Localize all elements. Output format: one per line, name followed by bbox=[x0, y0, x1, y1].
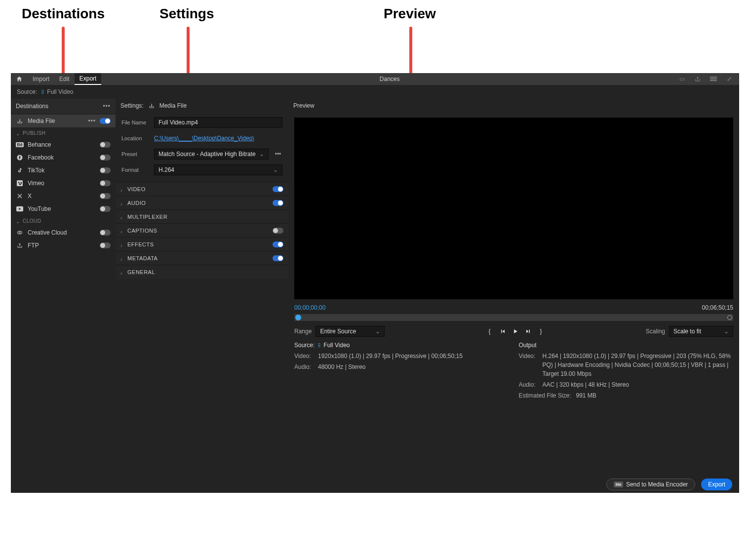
play-button[interactable] bbox=[512, 327, 519, 335]
chevron-right-icon bbox=[120, 215, 124, 219]
preview-controls: Range Entire Source ⌄ { } Scaling bbox=[288, 321, 739, 342]
group-effects[interactable]: EFFECTS bbox=[116, 237, 288, 251]
dest-media-file-menu[interactable]: ••• bbox=[88, 118, 96, 124]
share-icon[interactable] bbox=[694, 75, 702, 83]
dest-cc-label: Creative Cloud bbox=[28, 229, 96, 236]
dest-facebook-toggle[interactable] bbox=[100, 155, 111, 160]
dest-media-file[interactable]: Media File ••• bbox=[11, 115, 116, 127]
group-audio[interactable]: AUDIO bbox=[116, 196, 288, 209]
mark-in-button[interactable]: { bbox=[486, 327, 494, 335]
group-video[interactable]: VIDEO bbox=[116, 182, 288, 196]
tab-export[interactable]: Export bbox=[75, 73, 102, 85]
group-captions-label: CAPTIONS bbox=[127, 228, 157, 234]
mark-out-button[interactable]: } bbox=[537, 327, 545, 335]
summary-source-audio-val: 48000 Hz | Stereo bbox=[318, 362, 509, 371]
group-video-toggle[interactable] bbox=[273, 186, 283, 192]
frame-back-button[interactable] bbox=[499, 327, 507, 335]
workspace-icon[interactable]: ▭ bbox=[678, 75, 686, 83]
preview-timeline: 00;00;00;00 00;06;50;15 bbox=[288, 299, 739, 321]
range-value: Entire Source bbox=[320, 328, 356, 335]
frame-forward-button[interactable] bbox=[524, 327, 532, 335]
playhead[interactable] bbox=[295, 315, 301, 320]
dest-tiktok[interactable]: TikTok bbox=[11, 164, 116, 177]
dest-ftp-toggle[interactable] bbox=[100, 242, 111, 248]
out-marker[interactable] bbox=[727, 315, 732, 320]
fullscreen-icon[interactable]: ⤢ bbox=[725, 75, 733, 83]
time-out[interactable]: 00;06;50;15 bbox=[702, 304, 733, 311]
tab-edit[interactable]: Edit bbox=[54, 73, 75, 85]
time-in[interactable]: 00;00;00;00 bbox=[294, 304, 325, 311]
row-format: Format H.264 ⌄ bbox=[121, 162, 282, 178]
dest-tiktok-toggle[interactable] bbox=[100, 167, 111, 173]
preset-more-button[interactable]: ••• bbox=[274, 151, 282, 158]
section-cloud[interactable]: CLOUD bbox=[11, 215, 116, 226]
facebook-icon bbox=[16, 154, 24, 161]
chevron-right-icon bbox=[120, 256, 124, 260]
timeline-track[interactable] bbox=[294, 314, 733, 321]
group-multiplexer[interactable]: MULTIPLEXER bbox=[116, 209, 288, 223]
timeline-times: 00;00;00;00 00;06;50;15 bbox=[294, 304, 733, 311]
dest-behance-toggle[interactable] bbox=[100, 142, 111, 148]
location-link[interactable]: C:\Users\____\Desktop\Dance_Video\ bbox=[154, 135, 254, 142]
ftp-icon bbox=[16, 241, 24, 249]
group-captions[interactable]: CAPTIONS bbox=[116, 223, 288, 237]
group-metadata-toggle[interactable] bbox=[273, 255, 283, 261]
filename-input[interactable] bbox=[154, 117, 282, 128]
label-filename: File Name bbox=[121, 120, 149, 125]
project-title: Dances bbox=[101, 76, 678, 82]
dest-vimeo[interactable]: Vimeo bbox=[11, 177, 116, 190]
scaling-select[interactable]: Scale to fit ⌄ bbox=[669, 326, 733, 337]
range-select[interactable]: Entire Source ⌄ bbox=[315, 326, 385, 337]
dest-youtube-toggle[interactable] bbox=[100, 206, 111, 212]
group-effects-toggle[interactable] bbox=[273, 241, 283, 247]
dest-x-toggle[interactable] bbox=[100, 193, 111, 199]
svg-rect-0 bbox=[710, 77, 717, 78]
tab-import[interactable]: Import bbox=[28, 73, 54, 85]
nav-tabs: Import Edit Export bbox=[28, 73, 101, 85]
dest-creative-cloud[interactable]: Creative Cloud bbox=[11, 226, 116, 239]
summary-source: Source: ⫖ Full Video Video: 1920x1080 (1… bbox=[294, 342, 509, 402]
home-icon[interactable] bbox=[11, 76, 28, 82]
dest-ftp-label: FTP bbox=[28, 242, 96, 249]
dest-x[interactable]: X bbox=[11, 190, 116, 202]
section-publish[interactable]: PUBLISH bbox=[11, 127, 116, 138]
group-multiplexer-label: MULTIPLEXER bbox=[127, 214, 167, 220]
summary-source-video-val: 1920x1080 (1.0) | 29.97 fps | Progressiv… bbox=[318, 352, 509, 360]
group-audio-toggle[interactable] bbox=[273, 200, 283, 206]
group-general[interactable]: GENERAL bbox=[116, 265, 288, 279]
section-publish-label: PUBLISH bbox=[23, 130, 45, 136]
dest-ftp[interactable]: FTP bbox=[11, 239, 116, 252]
preset-select[interactable]: Match Source - Adaptive High Bitrate ⌄ bbox=[154, 149, 269, 160]
dest-youtube[interactable]: YouTube bbox=[11, 202, 116, 215]
send-to-media-encoder-button[interactable]: Me Send to Media Encoder bbox=[606, 479, 695, 490]
preview-canvas[interactable] bbox=[294, 118, 733, 299]
media-file-icon bbox=[16, 117, 24, 125]
summary-output-estimate: Estimated File Size: 991 MB bbox=[519, 391, 734, 400]
dest-behance[interactable]: Bē Behance bbox=[11, 138, 116, 151]
chevron-down-icon: ⌄ bbox=[273, 166, 278, 173]
group-general-label: GENERAL bbox=[127, 269, 155, 275]
label-location: Location bbox=[121, 135, 149, 141]
preset-value: Match Source - Adaptive High Bitrate bbox=[158, 151, 256, 158]
group-captions-toggle[interactable] bbox=[273, 228, 283, 234]
preview-panel: Preview 00;00;00;00 00;06;50;15 Range bbox=[288, 99, 739, 476]
menu-icon[interactable] bbox=[710, 75, 717, 83]
settings-title: Settings: bbox=[120, 102, 144, 109]
summary-output-video: Video: H.264 | 1920x1080 (1.0) | 29.97 f… bbox=[519, 352, 734, 378]
dest-vimeo-toggle[interactable] bbox=[100, 180, 111, 186]
destinations-menu-button[interactable]: ••• bbox=[103, 103, 111, 110]
row-preset: Preset Match Source - Adaptive High Bitr… bbox=[121, 146, 282, 162]
group-metadata[interactable]: METADATA bbox=[116, 251, 288, 265]
footer: Me Send to Media Encoder Export bbox=[11, 476, 739, 493]
x-icon bbox=[16, 192, 24, 200]
source-clip[interactable]: ⫖ Full Video bbox=[41, 88, 73, 95]
chevron-right-icon bbox=[120, 270, 124, 274]
dest-facebook[interactable]: Facebook bbox=[11, 151, 116, 164]
export-button[interactable]: Export bbox=[701, 479, 732, 490]
dest-cc-toggle[interactable] bbox=[100, 230, 111, 236]
settings-media-file-icon bbox=[148, 102, 156, 110]
scaling-control: Scaling Scale to fit ⌄ bbox=[646, 326, 733, 337]
format-select[interactable]: H.264 ⌄ bbox=[154, 164, 282, 175]
destinations-header: Destinations ••• bbox=[11, 99, 116, 114]
dest-media-file-toggle[interactable] bbox=[100, 118, 111, 124]
